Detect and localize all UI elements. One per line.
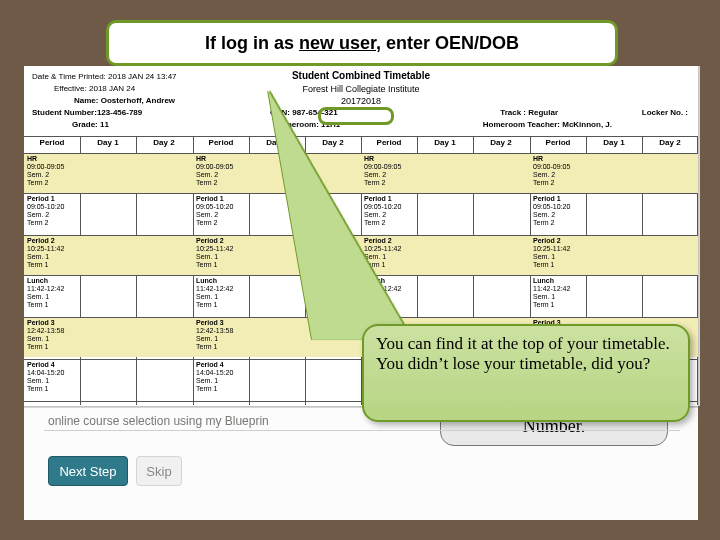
banner-underlined: new user bbox=[299, 33, 376, 53]
skip-label: Skip bbox=[146, 464, 171, 479]
tt-period-cell: Period 109:05-10:20Sem. 2Term 2 bbox=[27, 195, 77, 227]
tt-colhead: Period bbox=[193, 138, 249, 147]
tt-colhead: Day 2 bbox=[473, 138, 529, 147]
next-step-button[interactable]: Next Step bbox=[48, 456, 128, 486]
skip-button[interactable]: Skip bbox=[136, 456, 182, 486]
callout-main-text: You can find it at the top of your timet… bbox=[376, 334, 670, 373]
tt-period-cell: Lunch11:42-12:42Sem. 1Term 1 bbox=[533, 277, 583, 309]
tt-period-cell: HR09:00-09:05Sem. 2Term 2 bbox=[27, 155, 77, 187]
footer-desc: online course selection using my Bluepri… bbox=[48, 414, 269, 428]
tt-period-cell: Period 312:42-13:58Sem. 1Term 1 bbox=[27, 319, 77, 351]
callout-main: You can find it at the top of your timet… bbox=[362, 324, 690, 422]
tt-period-cell: Period 414:04-15:20Sem. 1Term 1 bbox=[196, 361, 246, 393]
tt-colhead: Day 1 bbox=[417, 138, 473, 147]
tt-period-cell: Period 210:25-11:42Sem. 1Term 1 bbox=[196, 237, 246, 269]
tt-name: Name: Oosterhoff, Andrew bbox=[74, 96, 175, 105]
tt-hrteacher: Homeroom Teacher: McKinnon, J. bbox=[483, 120, 612, 129]
next-step-label: Next Step bbox=[59, 464, 116, 479]
banner-suffix: , enter OEN/DOB bbox=[376, 33, 519, 53]
tt-period-cell: Period 109:05-10:20Sem. 2Term 2 bbox=[196, 195, 246, 227]
tt-colhead: Day 2 bbox=[642, 138, 698, 147]
banner-prefix: If log in as bbox=[205, 33, 299, 53]
tt-colhead: Day 1 bbox=[80, 138, 136, 147]
tt-period-cell: HR09:00-09:05Sem. 2Term 2 bbox=[196, 155, 246, 187]
tt-effective: Effective: 2018 JAN 24 bbox=[54, 84, 135, 93]
tt-period-cell: Period 312:42-13:58Sem. 1Term 1 bbox=[196, 319, 246, 351]
tt-period-cell: Lunch11:42-12:42Sem. 1Term 1 bbox=[196, 277, 246, 309]
tt-period-cell: Period 210:25-11:42Sem. 1Term 1 bbox=[533, 237, 583, 269]
tt-track: Track : Regular bbox=[500, 108, 558, 117]
tt-student-no: Student Number:123-456-789 bbox=[32, 108, 142, 117]
tt-colhead: Day 2 bbox=[136, 138, 192, 147]
instruction-banner: If log in as new user, enter OEN/DOB bbox=[106, 20, 618, 66]
tt-period-cell: Lunch11:42-12:42Sem. 1Term 1 bbox=[27, 277, 77, 309]
tt-locker: Locker No. : bbox=[642, 108, 688, 117]
tt-period-cell: Period 109:05-10:20Sem. 2Term 2 bbox=[533, 195, 583, 227]
tt-colhead: Period bbox=[24, 138, 80, 147]
footer-divider bbox=[44, 430, 680, 431]
tt-colhead: Day 1 bbox=[586, 138, 642, 147]
tt-period-cell: HR09:00-09:05Sem. 2Term 2 bbox=[533, 155, 583, 187]
tt-printed: Date & Time Printed: 2018 JAN 24 13:47 bbox=[32, 72, 177, 81]
tt-grade: Grade: 11 bbox=[72, 120, 109, 129]
tt-colhead: Period bbox=[530, 138, 586, 147]
tt-period-cell: Period 210:25-11:42Sem. 1Term 1 bbox=[27, 237, 77, 269]
tt-period-cell: Period 414:04-15:20Sem. 1Term 1 bbox=[27, 361, 77, 393]
